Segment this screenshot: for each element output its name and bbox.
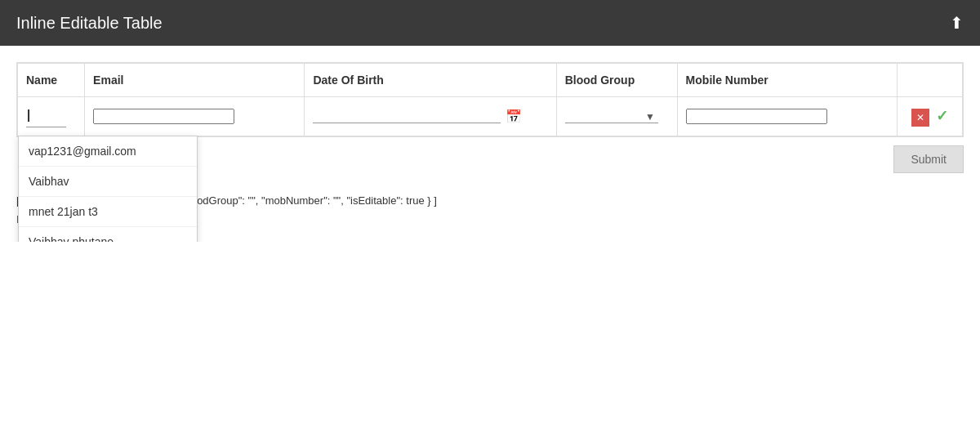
mobile-number-input[interactable] (686, 109, 827, 124)
email-cell (85, 97, 305, 136)
page-title: Inline Editable Table (16, 14, 163, 33)
autocomplete-item[interactable]: Vaibhav phutane (19, 227, 197, 242)
table-row: I vap1231@gmail.com Vaibhav mnet 21jan t… (18, 97, 963, 136)
email-input[interactable] (93, 109, 234, 124)
actions-cell: ✕ ✓ (898, 97, 963, 136)
delete-button[interactable]: ✕ (911, 109, 929, 127)
col-header-blood-group: Blood Group (556, 64, 677, 97)
editable-table: Name Email Date Of Birth Blood Group Mob… (16, 62, 964, 137)
main-content: Name Email Date Of Birth Blood Group Mob… (0, 46, 980, 242)
dropdown-arrow-icon: ▼ (645, 111, 655, 123)
confirm-button[interactable]: ✓ (936, 107, 948, 125)
autocomplete-dropdown: vap1231@gmail.com Vaibhav mnet 21jan t3 … (18, 136, 198, 242)
dob-cell: 📅 (305, 97, 556, 136)
dob-input[interactable] (313, 109, 501, 123)
name-cell: I vap1231@gmail.com Vaibhav mnet 21jan t… (18, 97, 85, 136)
blood-group-cell: A+ A- B+ B- AB+ AB- O+ O- ▼ (556, 97, 677, 136)
app-header: Inline Editable Table ⬆ (0, 0, 980, 46)
autocomplete-item[interactable]: mnet 21jan t3 (19, 197, 197, 227)
col-header-actions (898, 64, 963, 97)
autocomplete-item[interactable]: Vaibhav (19, 167, 197, 197)
col-header-mobile-number: Mobile Number (677, 64, 897, 97)
calendar-icon[interactable]: 📅 (506, 109, 522, 124)
table-header-row: Name Email Date Of Birth Blood Group Mob… (18, 64, 963, 97)
name-underline (26, 127, 66, 127)
col-header-email: Email (85, 64, 305, 97)
submit-button[interactable]: Submit (893, 145, 964, 173)
upload-icon: ⬆ (950, 13, 964, 33)
col-header-dob: Date Of Birth (305, 64, 556, 97)
blood-group-select[interactable]: A+ A- B+ B- AB+ AB- O+ O- (565, 109, 658, 123)
autocomplete-item[interactable]: vap1231@gmail.com (19, 136, 197, 167)
col-header-name: Name (18, 64, 85, 97)
text-cursor: I (26, 107, 31, 125)
mobile-number-cell (677, 97, 897, 136)
